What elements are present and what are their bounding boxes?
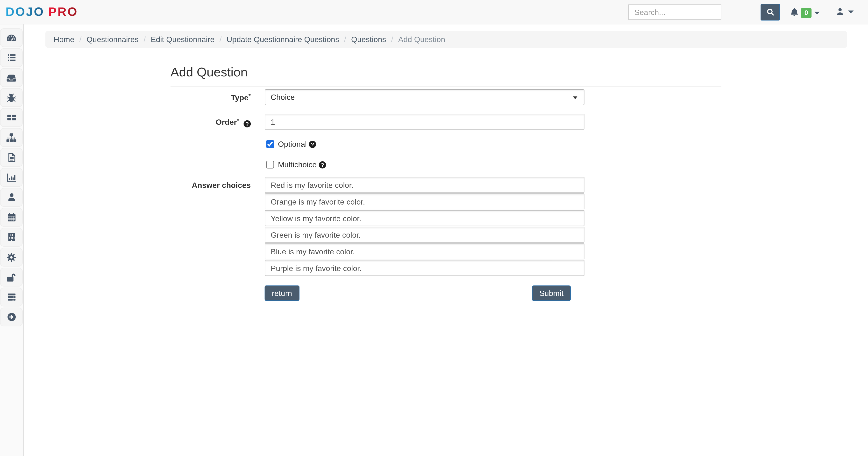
server-icon [6,292,16,302]
sidebar-item-grid[interactable] [0,108,23,127]
sidebar-item-bug[interactable] [0,88,23,107]
sidebar-item-inbox[interactable] [0,68,23,87]
user-icon [6,192,16,202]
breadcrumb-questionnaires[interactable]: Questionnaires [87,35,138,44]
optional-label: Optional [278,140,307,149]
sidebar-item-logout[interactable] [0,308,23,326]
hospital-icon [6,232,16,242]
app-logo[interactable]: DOJO PRO [5,0,78,24]
answer-choice-input[interactable] [265,210,585,226]
answer-choice-input[interactable] [265,177,585,193]
type-row: Type* Choice [24,89,868,105]
sidebar-item-document[interactable] [0,148,23,167]
breadcrumb-separator: / [391,35,393,44]
type-label: Type* [24,89,251,105]
bar-chart-icon [6,172,17,183]
sitemap-icon [6,132,17,143]
answer-choices-list [265,177,585,277]
sidebar-item-calendar[interactable] [0,208,23,227]
select-caret-icon [573,96,577,99]
breadcrumb-separator: / [80,35,82,44]
bug-icon [6,92,17,103]
required-asterisk: * [249,93,251,99]
grid-icon [6,112,16,122]
optional-checkbox[interactable] [266,140,274,148]
optional-row: Optional ? [265,139,868,150]
breadcrumb-separator: / [344,35,346,44]
submit-button[interactable]: Submit [532,285,571,301]
answer-choice-input[interactable] [265,243,585,259]
navbar-right: 0 [628,0,868,24]
user-menu-caret-icon[interactable] [848,11,854,13]
notifications-caret-icon[interactable] [814,11,820,14]
search-icon [766,7,775,17]
sidebar-item-unlock[interactable] [0,268,23,286]
calendar-icon [6,212,16,222]
breadcrumb-separator: / [220,35,222,44]
notifications-bell-icon[interactable] [789,7,799,17]
breadcrumb-home[interactable]: Home [54,35,74,44]
dashboard-icon [6,32,17,43]
form-buttons-row: return Submit [265,285,585,301]
logout-icon [6,312,16,322]
answer-choices-row: Answer choices [24,177,868,277]
order-help-icon[interactable]: ? [244,120,251,127]
answer-choices-label: Answer choices [24,177,251,277]
add-question-form: Type* Choice Order* ? [24,89,868,301]
type-select-value: Choice [271,93,295,102]
list-icon [6,53,16,63]
sidebar-item-bar-chart[interactable] [0,168,23,187]
multichoice-checkbox[interactable] [266,161,274,169]
logo-dojo: DOJO [5,5,44,19]
settings-icon [6,252,17,263]
sidebar-item-user[interactable] [0,188,23,207]
page-title: Add Question [170,65,721,87]
return-button[interactable]: return [265,285,299,301]
sidebar-item-list[interactable] [0,48,23,67]
answer-choice-input[interactable] [265,193,585,209]
document-icon [6,152,16,162]
unlock-icon [6,272,17,282]
breadcrumb-active-add-question: Add Question [398,35,445,44]
order-row: Order* ? [24,114,868,130]
breadcrumb-separator: / [144,35,146,44]
order-input[interactable] [265,114,585,130]
logo-pro: PRO [48,5,78,19]
multichoice-help-icon[interactable]: ? [319,161,326,168]
search-button[interactable] [761,4,780,20]
sidebar-item-sitemap[interactable] [0,128,23,147]
top-navbar: DOJO PRO 0 [0,0,868,24]
breadcrumb-edit-questionnaire[interactable]: Edit Questionnaire [151,35,214,44]
breadcrumb-questions[interactable]: Questions [351,35,386,44]
multichoice-label: Multichoice [278,160,317,169]
sidebar-nav [0,24,24,456]
app-root: DOJO PRO 0 [0,0,868,456]
search-input[interactable] [628,4,721,20]
user-menu-icon[interactable] [835,7,845,17]
sidebar-item-server[interactable] [0,288,23,307]
inbox-icon [6,72,17,83]
sidebar-item-settings[interactable] [0,248,23,267]
sidebar-item-dashboard[interactable] [0,28,23,47]
order-label: Order* ? [24,114,251,130]
multichoice-row: Multichoice ? [265,159,868,170]
breadcrumb-update-questionnaire-questions[interactable]: Update Questionnaire Questions [226,35,339,44]
sidebar-item-hospital[interactable] [0,228,23,247]
type-select[interactable]: Choice [265,89,585,105]
answer-choice-input[interactable] [265,227,585,243]
main-content: Home / Questionnaires / Edit Questionnai… [24,24,868,301]
breadcrumb: Home / Questionnaires / Edit Questionnai… [45,31,847,48]
required-asterisk: * [237,117,239,124]
optional-help-icon[interactable]: ? [309,140,316,148]
answer-choice-input[interactable] [265,260,585,276]
notification-count-badge[interactable]: 0 [801,7,812,18]
